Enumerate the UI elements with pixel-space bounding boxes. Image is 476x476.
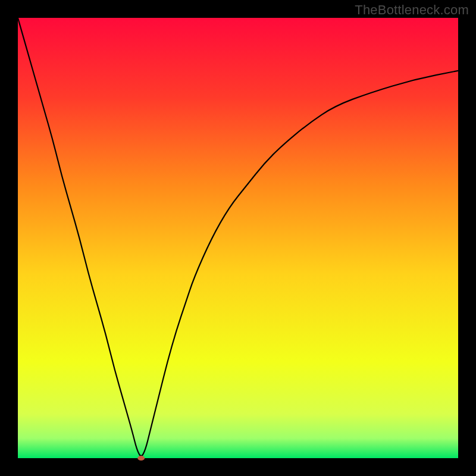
chart-frame: TheBottleneck.com bbox=[0, 0, 476, 476]
minimum-marker bbox=[137, 456, 145, 461]
watermark-text: TheBottleneck.com bbox=[355, 2, 469, 18]
bottleneck-chart bbox=[0, 0, 476, 476]
plot-background bbox=[18, 18, 458, 458]
